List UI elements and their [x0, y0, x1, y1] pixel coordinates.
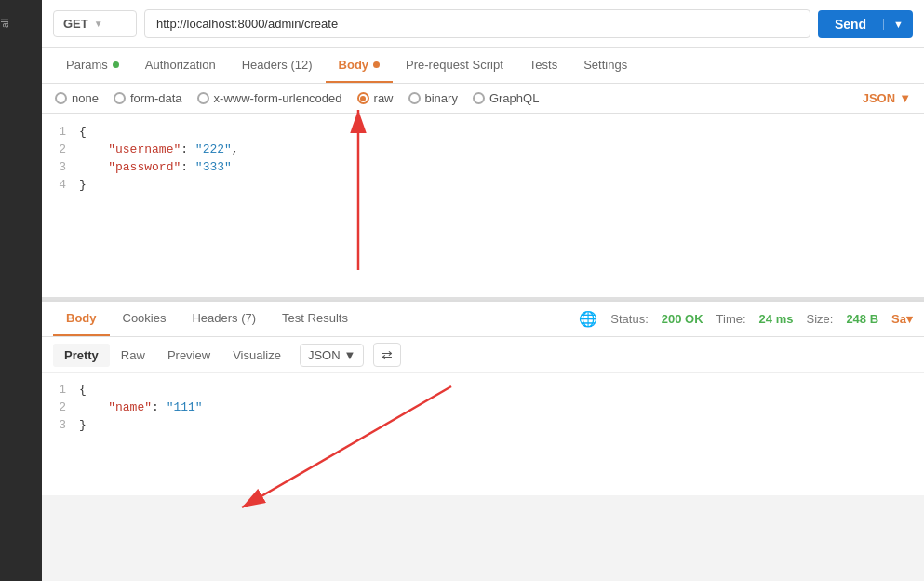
format-type-dropdown[interactable]: JSON ▼: [300, 344, 365, 367]
option-raw-label: raw: [374, 91, 394, 105]
method-text: GET: [63, 17, 88, 31]
option-none-label: none: [72, 91, 99, 105]
resp-code-line-1: 1 {: [42, 381, 924, 399]
tab-tests-label: Tests: [529, 58, 557, 72]
request-tabs: Params Authorization Headers (12) Body P…: [42, 48, 924, 84]
tab-settings-label: Settings: [583, 58, 627, 72]
tab-authorization[interactable]: Authorization: [132, 48, 229, 83]
sidebar: all: [0, 0, 42, 581]
body-dot: [373, 61, 380, 68]
body-options: none form-data x-www-form-urlencoded raw…: [42, 84, 924, 114]
tab-body[interactable]: Body: [326, 48, 394, 83]
option-formdata-label: form-data: [130, 91, 182, 105]
radio-binary[interactable]: [408, 92, 421, 104]
status-label: Status:: [610, 312, 648, 326]
response-section: Body Cookies Headers (7) Test Results 🌐 …: [42, 300, 924, 495]
radio-raw[interactable]: [357, 92, 369, 104]
tab-prerequest-label: Pre-request Script: [406, 58, 503, 72]
fmt-tab-pretty[interactable]: Pretty: [53, 344, 110, 367]
tab-body-label: Body: [339, 58, 369, 72]
option-none[interactable]: none: [55, 91, 99, 105]
tab-params-label: Params: [66, 58, 108, 72]
code-line-1: 1 {: [42, 123, 924, 141]
time-value: 24 ms: [759, 312, 794, 326]
fmt-tab-raw[interactable]: Raw: [110, 344, 156, 367]
tab-headers-label: Headers (12): [242, 58, 313, 72]
option-urlencoded-label: x-www-form-urlencoded: [214, 91, 342, 105]
tab-tests[interactable]: Tests: [516, 48, 570, 83]
resp-tab-body[interactable]: Body: [53, 302, 110, 336]
size-label: Size:: [806, 312, 833, 326]
resp-tab-testresults[interactable]: Test Results: [269, 302, 361, 336]
option-graphql-label: GraphQL: [489, 91, 539, 105]
fmt-tab-preview[interactable]: Preview: [156, 344, 221, 367]
size-value: 248 B: [846, 312, 878, 326]
send-button[interactable]: Send ▼: [818, 10, 913, 38]
resp-tab-headers[interactable]: Headers (7): [179, 302, 269, 336]
status-value: 200 OK: [662, 312, 703, 326]
option-graphql[interactable]: GraphQL: [473, 91, 539, 105]
option-raw[interactable]: raw: [357, 91, 394, 105]
fmt-raw-label: Raw: [121, 348, 145, 362]
chevron-down-icon: ▼: [94, 19, 103, 29]
request-code-area[interactable]: 1 { 2 "username": "222", 3 "password": "…: [42, 114, 924, 300]
radio-none[interactable]: [55, 92, 67, 104]
radio-urlencoded[interactable]: [197, 92, 209, 104]
json-type-label: JSON: [863, 91, 895, 105]
resp-tab-cookies[interactable]: Cookies: [110, 302, 180, 336]
json-chevron-icon: ▼: [899, 91, 911, 105]
option-binary-label: binary: [425, 91, 458, 105]
fmt-tab-visualize[interactable]: Visualize: [221, 344, 292, 367]
response-status: 🌐 Status: 200 OK Time: 24 ms Size: 248 B…: [579, 310, 913, 328]
radio-graphql[interactable]: [473, 92, 485, 104]
resp-code-line-2: 2 "name": "111": [42, 399, 924, 416]
time-label: Time:: [716, 312, 746, 326]
code-line-2: 2 "username": "222",: [42, 141, 924, 158]
url-input[interactable]: [144, 9, 810, 38]
main-content: GET ▼ Send ▼ Params Authorization Header…: [42, 0, 924, 581]
url-bar: GET ▼ Send ▼: [42, 0, 924, 48]
code-line-3: 3 "password": "333": [42, 158, 924, 176]
tab-authorization-label: Authorization: [145, 58, 216, 72]
radio-formdata[interactable]: [114, 92, 126, 104]
option-binary[interactable]: binary: [408, 91, 458, 105]
resp-tab-cookies-label: Cookies: [123, 311, 167, 325]
resp-tab-body-label: Body: [66, 311, 97, 325]
tab-headers[interactable]: Headers (12): [229, 48, 326, 83]
send-chevron-icon[interactable]: ▼: [883, 19, 913, 30]
save-response-button[interactable]: Sa▾: [891, 312, 913, 326]
resp-tab-headers-label: Headers (7): [192, 311, 256, 325]
send-label: Send: [818, 17, 883, 32]
option-formdata[interactable]: form-data: [114, 91, 182, 105]
json-type-selector[interactable]: JSON ▼: [863, 91, 911, 105]
resp-format-bar: Pretty Raw Preview Visualize JSON ▼ ⇄: [42, 337, 924, 373]
resp-tab-testresults-label: Test Results: [282, 311, 348, 325]
option-urlencoded[interactable]: x-www-form-urlencoded: [197, 91, 342, 105]
fmt-preview-label: Preview: [167, 348, 210, 362]
sidebar-label: all: [0, 19, 23, 28]
code-line-4: 4 }: [42, 176, 924, 194]
tab-settings[interactable]: Settings: [570, 48, 640, 83]
method-select[interactable]: GET ▼: [53, 10, 137, 37]
wrap-icon[interactable]: ⇄: [373, 343, 401, 367]
fmt-visualize-label: Visualize: [233, 348, 281, 362]
params-dot: [113, 61, 119, 68]
format-chevron-icon: ▼: [344, 348, 356, 362]
tab-params[interactable]: Params: [53, 48, 132, 83]
response-tabs-bar: Body Cookies Headers (7) Test Results 🌐 …: [42, 302, 924, 337]
format-type-label: JSON: [308, 348, 341, 362]
response-code-area[interactable]: 1 { 2 "name": "111" 3 }: [42, 373, 924, 495]
globe-icon: 🌐: [579, 310, 597, 328]
tab-prerequest[interactable]: Pre-request Script: [393, 48, 516, 83]
fmt-pretty-label: Pretty: [64, 348, 99, 362]
resp-code-line-3: 3 }: [42, 416, 924, 434]
